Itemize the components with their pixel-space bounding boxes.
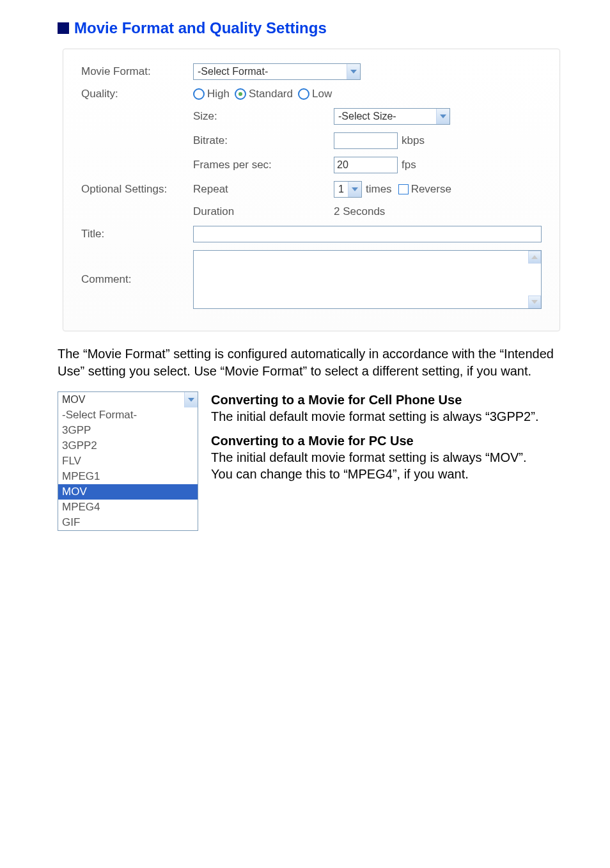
size-label: Size: — [193, 110, 334, 123]
quality-low-label: Low — [312, 88, 332, 100]
dropdown-item[interactable]: FLV — [58, 454, 198, 469]
quality-high-label: High — [207, 88, 230, 100]
duration-label: Duration — [193, 205, 334, 218]
movie-format-select[interactable]: -Select Format- — [193, 63, 361, 80]
dropdown-current-value: MOV — [58, 392, 184, 407]
cellphone-body: The initial default movie format setting… — [211, 408, 565, 425]
format-dropdown-example: MOV -Select Format- 3GPP 3GPP2 FLV MPEG1… — [58, 391, 198, 531]
dropdown-item[interactable]: GIF — [58, 515, 198, 530]
repeat-select[interactable]: 1 — [334, 181, 362, 198]
title-label: Title: — [81, 228, 193, 241]
quality-label: Quality: — [81, 88, 193, 100]
fps-value: 20 — [337, 159, 348, 171]
svg-marker-0 — [350, 70, 357, 74]
repeat-label: Repeat — [193, 183, 334, 196]
chevron-down-icon[interactable] — [184, 392, 198, 407]
radio-icon — [193, 88, 205, 100]
radio-icon — [235, 88, 246, 100]
repeat-value: 1 — [334, 182, 348, 197]
svg-marker-5 — [188, 398, 194, 402]
chevron-down-icon[interactable] — [436, 109, 450, 124]
fps-input[interactable]: 20 — [334, 157, 398, 173]
times-label: times — [366, 183, 392, 196]
radio-icon — [298, 88, 309, 100]
cellphone-heading: Converting to a Movie for Cell Phone Use — [211, 391, 565, 408]
size-value: -Select Size- — [334, 109, 436, 124]
comment-label: Comment: — [81, 273, 193, 286]
scroll-down-icon[interactable] — [528, 296, 541, 308]
quality-standard-label: Standard — [249, 88, 293, 100]
section-heading-row: Movie Format and Quality Settings — [58, 19, 565, 37]
svg-marker-4 — [531, 300, 538, 304]
dropdown-item-selected[interactable]: MOV — [58, 484, 198, 500]
chevron-down-icon[interactable] — [348, 182, 361, 197]
pc-body-1: The initial default movie format setting… — [211, 449, 565, 466]
title-input[interactable] — [193, 226, 542, 242]
heading-bullet-icon — [58, 22, 69, 34]
reverse-checkbox[interactable] — [398, 184, 409, 194]
bitrate-input[interactable] — [334, 132, 398, 149]
svg-marker-3 — [531, 255, 538, 259]
dropdown-item[interactable]: MPEG4 — [58, 500, 198, 515]
comment-textarea[interactable] — [193, 250, 542, 309]
dropdown-item[interactable]: 3GPP — [58, 423, 198, 438]
dropdown-item[interactable]: -Select Format- — [58, 407, 198, 423]
reverse-label: Reverse — [411, 183, 451, 196]
settings-panel: Movie Format: -Select Format- Quality: H… — [63, 49, 560, 331]
quality-standard-radio[interactable]: Standard — [235, 88, 293, 100]
pc-heading: Converting to a Movie for PC Use — [211, 432, 565, 449]
quality-low-radio[interactable]: Low — [298, 88, 332, 100]
svg-marker-2 — [352, 187, 358, 191]
pc-body-2: You can change this to “MPEG4”, if you w… — [211, 466, 565, 482]
bitrate-label: Bitrate: — [193, 134, 334, 147]
dropdown-list[interactable]: -Select Format- 3GPP 3GPP2 FLV MPEG1 MOV… — [58, 407, 198, 530]
movie-format-value: -Select Format- — [194, 64, 347, 79]
scroll-up-icon[interactable] — [528, 251, 541, 264]
dropdown-item[interactable]: 3GPP2 — [58, 438, 198, 454]
movie-format-label: Movie Format: — [81, 65, 193, 78]
optional-settings-label: Optional Settings: — [81, 183, 193, 196]
size-select[interactable]: -Select Size- — [334, 108, 450, 125]
duration-value: 2 Seconds — [334, 205, 385, 218]
dropdown-item[interactable]: MPEG1 — [58, 469, 198, 484]
chevron-down-icon[interactable] — [347, 64, 360, 79]
fps-unit: fps — [402, 159, 416, 171]
quality-high-radio[interactable]: High — [193, 88, 230, 100]
description-paragraph: The “Movie Format” setting is configured… — [58, 345, 565, 380]
svg-marker-1 — [440, 114, 446, 118]
fps-label: Frames per sec: — [193, 159, 334, 171]
section-heading: Movie Format and Quality Settings — [74, 19, 327, 37]
bitrate-unit: kbps — [402, 134, 425, 147]
